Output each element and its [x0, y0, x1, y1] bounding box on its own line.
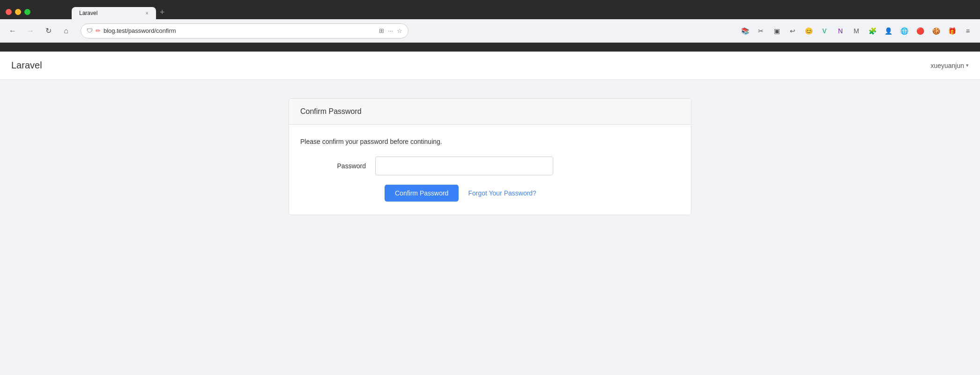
browser-chrome: Laravel × + ← → ↻ ⌂ 🛡 ✏ blog.test/passwo… — [0, 0, 980, 52]
account-icon[interactable]: 👤 — [882, 24, 895, 38]
sidebar-icon[interactable]: ▣ — [770, 24, 783, 38]
tab-title: Laravel — [79, 10, 97, 16]
menu-icon[interactable]: ≡ — [961, 24, 974, 38]
home-icon: ⌂ — [64, 27, 68, 35]
forward-button[interactable]: → — [23, 24, 37, 38]
toolbar-right: 📚 ✂ ▣ ↩ 😊 V N M 🧩 👤 🌐 🔴 🍪 🎁 ≡ — [738, 24, 974, 38]
undo-icon[interactable]: ↩ — [786, 24, 799, 38]
main-content: Confirm Password Please confirm your pas… — [0, 80, 980, 375]
password-row: Password — [300, 157, 680, 175]
maximize-button[interactable] — [24, 9, 30, 15]
active-tab[interactable]: Laravel × — [72, 7, 156, 19]
form-actions: Confirm Password Forgot Your Password? — [385, 185, 680, 202]
back-button[interactable]: ← — [6, 24, 20, 38]
vuejs-icon[interactable]: V — [818, 24, 831, 38]
app-logo[interactable]: Laravel — [11, 60, 42, 71]
username: xueyuanjun — [930, 62, 964, 69]
extensions-icon[interactable]: 🎁 — [945, 24, 958, 38]
reload-icon: ↻ — [45, 26, 52, 35]
qr-icon[interactable]: ⊞ — [379, 27, 384, 34]
password-input[interactable] — [375, 157, 553, 175]
confirm-password-button[interactable]: Confirm Password — [385, 185, 459, 202]
close-button[interactable] — [6, 9, 12, 15]
app-header: Laravel xueyuanjun ▾ — [0, 52, 980, 80]
security-shield-icon: 🛡 — [87, 27, 93, 34]
tab-close-icon[interactable]: × — [146, 10, 148, 16]
password-label: Password — [300, 162, 375, 170]
emoji-icon[interactable]: 😊 — [802, 24, 815, 38]
back-icon: ← — [9, 27, 16, 35]
minimize-button[interactable] — [15, 9, 21, 15]
onenote-icon[interactable]: N — [834, 24, 847, 38]
home-button[interactable]: ⌂ — [59, 24, 73, 38]
address-bar[interactable]: 🛡 ✏ blog.test/password/confirm ⊞ ··· ☆ — [81, 23, 408, 38]
translate-icon[interactable]: 🌐 — [898, 24, 911, 38]
screenshot-icon[interactable]: ✂ — [754, 24, 767, 38]
confirm-password-card: Confirm Password Please confirm your pas… — [289, 98, 691, 215]
more-icon[interactable]: ··· — [388, 27, 393, 34]
edit-icon: ✏ — [96, 27, 101, 34]
title-bar: Laravel × + — [0, 0, 980, 19]
forward-icon: → — [27, 27, 34, 35]
alert-icon[interactable]: 🔴 — [913, 24, 927, 38]
nav-bar: ← → ↻ ⌂ 🛡 ✏ blog.test/password/confirm ⊞… — [0, 19, 980, 43]
user-menu[interactable]: xueyuanjun ▾ — [930, 62, 969, 69]
url-text: blog.test/password/confirm — [104, 27, 376, 34]
cookie-icon[interactable]: 🍪 — [929, 24, 943, 38]
tab-bar: Laravel × + — [72, 6, 169, 19]
traffic-lights — [6, 9, 30, 15]
star-icon[interactable]: ☆ — [397, 27, 402, 34]
library-icon[interactable]: 📚 — [738, 24, 751, 38]
confirm-password-form: Password Confirm Password Forgot Your Pa… — [300, 157, 680, 202]
forgot-password-link[interactable]: Forgot Your Password? — [468, 189, 536, 197]
user-dropdown-arrow: ▾ — [966, 62, 969, 68]
new-tab-button[interactable]: + — [156, 6, 169, 19]
card-header: Confirm Password — [289, 99, 691, 125]
m-icon[interactable]: M — [850, 24, 863, 38]
reload-button[interactable]: ↻ — [41, 24, 55, 38]
card-body: Please confirm your password before cont… — [289, 125, 691, 215]
description-text: Please confirm your password before cont… — [300, 138, 680, 145]
address-bar-icons: ⊞ ··· ☆ — [379, 27, 402, 34]
puzzle-icon[interactable]: 🧩 — [866, 24, 879, 38]
